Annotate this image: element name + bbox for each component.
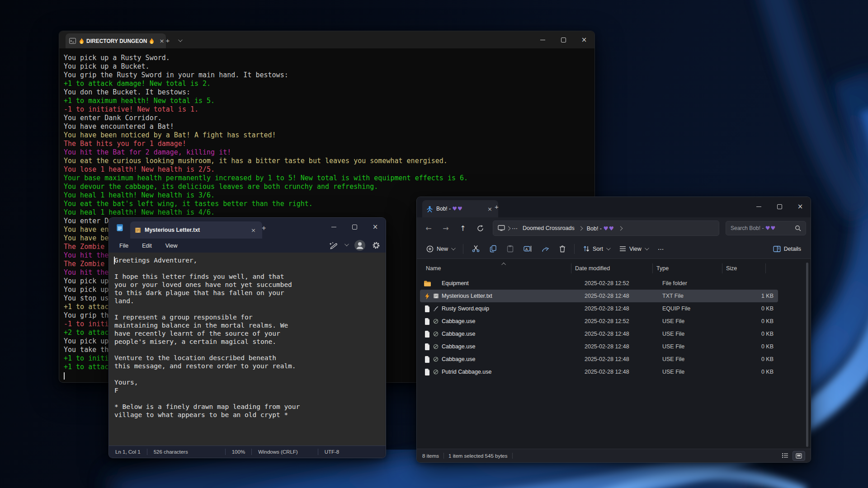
copy-icon[interactable] bbox=[486, 242, 501, 256]
cursor-position: Ln 1, Col 1 bbox=[109, 449, 147, 455]
explorer-close-button[interactable]: × bbox=[790, 197, 811, 216]
details-panel-icon bbox=[773, 246, 781, 252]
forward-button[interactable]: → bbox=[439, 221, 453, 235]
encoding[interactable]: UTF-8 bbox=[318, 449, 346, 455]
plus-circle-icon bbox=[426, 245, 434, 253]
cut-icon[interactable] bbox=[468, 242, 484, 256]
notepad-line bbox=[114, 264, 386, 272]
file-type: EQUIP File bbox=[662, 305, 730, 312]
breadcrumb-parent[interactable]: Doomed Crossroads bbox=[520, 224, 577, 232]
view-lines-icon bbox=[619, 246, 626, 252]
file-type: TXT File bbox=[662, 293, 730, 299]
flame-icon bbox=[149, 38, 154, 44]
explorer-tab-close-icon[interactable]: × bbox=[486, 206, 494, 212]
terminal-line: You lose 1 health! New health is 2/5. bbox=[64, 165, 594, 174]
menu-edit[interactable]: Edit bbox=[136, 241, 158, 251]
notepad-close-button[interactable]: × bbox=[365, 218, 386, 236]
search-icon[interactable] bbox=[795, 225, 801, 231]
search-box[interactable]: Search Bob! - ♥♥ bbox=[726, 221, 806, 235]
breadcrumb-chevron-icon bbox=[618, 226, 623, 230]
file-size: 0 KB bbox=[730, 343, 778, 350]
terminal-tab-title: DIRECTORY DUNGEON bbox=[86, 38, 147, 44]
details-view-toggle[interactable] bbox=[779, 451, 791, 460]
terminal-close-button[interactable]: × bbox=[574, 31, 594, 48]
menu-view[interactable]: View bbox=[160, 241, 184, 251]
folder-person-icon bbox=[426, 206, 433, 212]
zoom-level[interactable]: 100% bbox=[226, 449, 251, 455]
terminal-maximize-button[interactable] bbox=[553, 31, 574, 48]
breadcrumb-current[interactable]: Bob! - ♥♥ bbox=[584, 224, 617, 233]
list-scrollbar[interactable] bbox=[806, 263, 808, 447]
rename-icon[interactable]: A bbox=[519, 242, 536, 255]
file-row[interactable]: Cabbage.use 2025-02-28 12:52 USE File 0 … bbox=[420, 315, 778, 328]
terminal-line: You have encountered a Bat! bbox=[64, 122, 594, 131]
breadcrumb-ellipsis[interactable]: ⋯ bbox=[512, 225, 518, 232]
explorer-tab[interactable]: Bob! - ♥♥ × bbox=[422, 200, 498, 217]
file-row[interactable]: Cabbage.use 2025-02-28 12:48 USE File 0 … bbox=[420, 353, 778, 366]
file-type: USE File bbox=[662, 318, 730, 324]
notepad-minimize-button[interactable] bbox=[323, 218, 344, 236]
file-row-selected[interactable]: Mysterious Letter.txt 2025-02-28 12:48 T… bbox=[420, 290, 778, 302]
notepad-line: Yours, bbox=[114, 378, 386, 386]
notepad-line: land. bbox=[114, 297, 386, 305]
sort-arrows-icon bbox=[583, 245, 590, 252]
terminal-tab-dropdown-button[interactable] bbox=[174, 35, 185, 46]
share-icon[interactable] bbox=[538, 242, 553, 256]
view-button[interactable]: View bbox=[615, 243, 652, 255]
notepad-tab-close-icon[interactable]: × bbox=[249, 227, 258, 234]
new-button[interactable]: New bbox=[422, 242, 458, 256]
line-ending[interactable]: Windows (CRLF) bbox=[252, 449, 304, 455]
sort-button[interactable]: Sort bbox=[579, 242, 613, 255]
back-button[interactable]: ← bbox=[421, 221, 436, 235]
notepad-tab[interactable]: Mysterious Letter.txt × bbox=[130, 221, 262, 239]
terminal-minimize-button[interactable] bbox=[532, 31, 553, 48]
more-options-button[interactable]: ⋯ bbox=[654, 242, 669, 256]
file-page-icon bbox=[423, 305, 432, 312]
terminal-line: The Bat hits you for 1 damage! bbox=[64, 140, 594, 148]
notepad-maximize-button[interactable] bbox=[344, 218, 365, 236]
address-bar[interactable]: ⋯ Doomed Crossroads Bob! - ♥♥ bbox=[493, 221, 719, 236]
terminal-tab[interactable]: DIRECTORY DUNGEON × bbox=[66, 33, 166, 48]
rewrite-dropdown-icon[interactable] bbox=[344, 242, 349, 246]
file-name: Cabbage.use bbox=[440, 331, 585, 337]
terminal-line: You hit the Bat for 2 damage, killing it… bbox=[64, 148, 594, 157]
terminal-new-tab-button[interactable]: + bbox=[162, 35, 173, 46]
terminal-line: You grip the Rusty Sword in your main ha… bbox=[64, 71, 594, 80]
notepad-caret bbox=[114, 257, 115, 264]
file-date: 2025-02-28 12:48 bbox=[585, 293, 662, 299]
column-name[interactable]: Name bbox=[422, 263, 571, 273]
file-row[interactable]: Rusty Sword.equip 2025-02-28 12:48 EQUIP… bbox=[420, 302, 778, 315]
delete-icon[interactable] bbox=[555, 242, 570, 256]
menu-file[interactable]: File bbox=[113, 241, 134, 251]
file-row[interactable]: Cabbage.use 2025-02-28 12:48 USE File 0 … bbox=[420, 340, 778, 353]
details-pane-button[interactable]: Details bbox=[769, 243, 805, 255]
column-date-modified[interactable]: Date modified bbox=[571, 263, 653, 273]
notepad-line: this message, and restore order to your … bbox=[114, 362, 386, 370]
terminal-cursor bbox=[64, 372, 65, 380]
notepad-new-tab-button[interactable]: + bbox=[262, 224, 266, 232]
notepad-line: you or your loved ones have not yet succ… bbox=[114, 281, 386, 289]
rewrite-pen-icon[interactable] bbox=[328, 241, 338, 249]
explorer-minimize-button[interactable] bbox=[748, 197, 769, 216]
thumbnail-view-toggle[interactable] bbox=[793, 451, 805, 461]
up-button[interactable]: ↑ bbox=[456, 221, 470, 235]
file-date: 2025-02-28 12:48 bbox=[585, 305, 662, 312]
column-size[interactable]: Size bbox=[722, 263, 766, 273]
purple-hearts: ♥♥ bbox=[603, 225, 614, 232]
file-date: 2025-02-28 12:48 bbox=[585, 369, 662, 375]
refresh-icon[interactable] bbox=[473, 221, 487, 235]
explorer-new-tab-button[interactable]: + bbox=[495, 203, 499, 211]
explorer-window: Bob! - ♥♥ × + × ← → ↑ ⋯ Doomed Crossroad… bbox=[416, 197, 811, 463]
account-avatar[interactable] bbox=[354, 239, 366, 251]
file-row[interactable]: Cabbage.use 2025-02-28 12:48 USE File 0 … bbox=[420, 328, 778, 340]
paste-icon[interactable] bbox=[503, 242, 518, 256]
file-row[interactable]: Equipment 2025-02-28 12:52 File folder bbox=[420, 277, 778, 290]
file-row[interactable]: Putrid Cabbage.use 2025-02-28 12:48 USE … bbox=[420, 366, 778, 378]
explorer-maximize-button[interactable] bbox=[769, 197, 790, 216]
file-type: USE File bbox=[662, 369, 730, 375]
settings-gear-icon[interactable] bbox=[372, 241, 380, 249]
column-type[interactable]: Type bbox=[653, 263, 722, 273]
scroll-icon bbox=[135, 227, 141, 233]
file-page-icon bbox=[423, 318, 432, 325]
notepad-text-area[interactable]: Greetings Adventurer, I hope this letter… bbox=[109, 253, 386, 446]
